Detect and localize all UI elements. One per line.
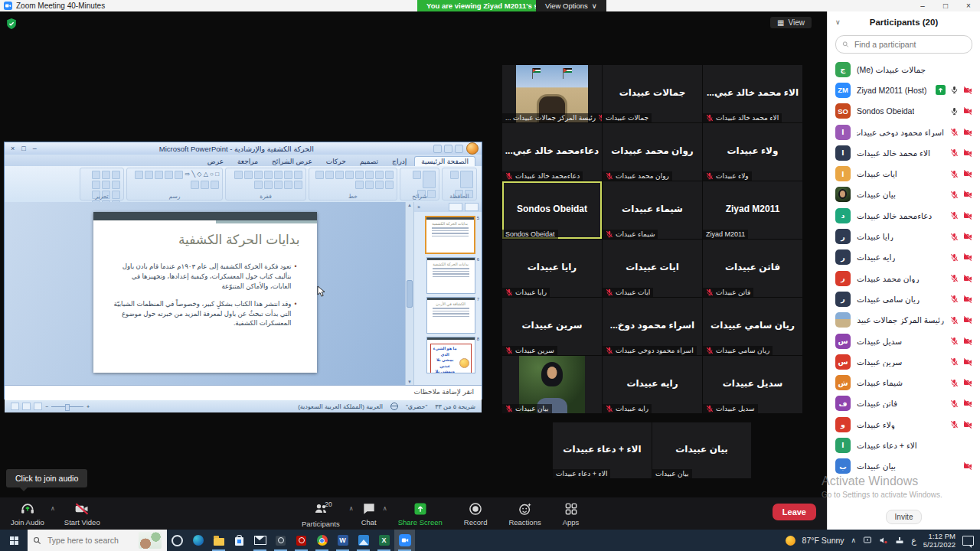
participant-row[interactable]: ددعاءمحمد خالد عبيدات bbox=[828, 205, 980, 226]
record-button[interactable]: Record bbox=[459, 501, 492, 528]
ppt-ribbon-group[interactable]: شرائح bbox=[400, 168, 439, 201]
apps-button[interactable]: Apps bbox=[558, 501, 584, 528]
participant-row[interactable]: سسديل عبيدات bbox=[828, 331, 980, 351]
taskbar-app-acrobat[interactable] bbox=[291, 530, 312, 551]
taskbar-app-file-explorer[interactable] bbox=[208, 530, 229, 551]
taskbar-app-zoom[interactable] bbox=[394, 530, 415, 551]
taskbar-app-word[interactable]: W bbox=[332, 530, 353, 551]
video-tile[interactable]: سديل عبيداتسديل عبيدات bbox=[703, 356, 802, 413]
chevron-down-icon[interactable]: ∨ bbox=[835, 18, 841, 26]
close-pane-icon[interactable]: × bbox=[417, 204, 420, 210]
participant-row[interactable]: ررايا عبيدات bbox=[828, 226, 980, 246]
tray-overflow-chevron-icon[interactable]: ∧ bbox=[851, 536, 857, 544]
taskbar-app-media-app[interactable] bbox=[270, 530, 291, 551]
view-options-button[interactable]: View Options∨ bbox=[536, 0, 606, 11]
share-screen-button[interactable]: Share Screen bbox=[394, 501, 447, 528]
video-tile[interactable]: ...الاء محمد خالد عبيالاء محمد خالد عبيد… bbox=[703, 65, 802, 122]
slide-thumbnail[interactable]: بدايات الحركة الكشفية bbox=[425, 216, 475, 254]
taskbar-app-mail[interactable] bbox=[250, 530, 270, 551]
ppt-ribbon-group[interactable]: □ ○ △ ◇ ╲ ⇨رسم bbox=[126, 168, 223, 201]
search-highlight-art[interactable] bbox=[139, 532, 162, 549]
minimize-button[interactable]: – bbox=[911, 2, 934, 10]
ppt-ribbon-group[interactable]: خط bbox=[309, 168, 397, 201]
app-window-tray-icon[interactable] bbox=[863, 536, 872, 545]
weather-text[interactable]: 87°F Sunny bbox=[802, 536, 844, 545]
ppt-minimize-button[interactable]: – bbox=[33, 145, 37, 152]
participant-row[interactable]: ااسراء محمود دوخي عبيدات bbox=[828, 122, 980, 142]
participant-search[interactable] bbox=[835, 35, 972, 54]
participant-row[interactable]: ججمالات عبيدات (Me) bbox=[828, 59, 980, 80]
slide-thumbnail[interactable]: بدايات الحركة الكشفية bbox=[426, 257, 475, 294]
taskbar-app-edge[interactable] bbox=[188, 530, 208, 551]
video-tile[interactable]: الاء + دعاء عبيداتالاء + دعاء عبيدات bbox=[553, 422, 652, 478]
taskbar-app-excel[interactable]: X bbox=[374, 530, 394, 551]
outline-tab[interactable] bbox=[449, 203, 462, 211]
participant-row[interactable]: رروان محمد عبيدات bbox=[828, 268, 980, 289]
normal-view-icon[interactable] bbox=[11, 403, 19, 410]
taskbar-app-microsoft-store[interactable] bbox=[229, 530, 250, 551]
action-center-icon[interactable] bbox=[962, 536, 974, 546]
participant-row[interactable]: ببيان عبيدات bbox=[828, 456, 980, 477]
ppt-ribbon-group[interactable]: الحافظة bbox=[442, 168, 477, 201]
network-icon[interactable] bbox=[895, 536, 904, 545]
zoom-out-icon[interactable]: − bbox=[45, 404, 48, 409]
ppt-close-button[interactable]: × bbox=[11, 145, 15, 152]
ppt-tab[interactable]: عرض الشرائح bbox=[266, 157, 318, 166]
ppt-ribbon-group[interactable]: فقرة bbox=[225, 168, 306, 201]
video-tile[interactable]: جمالات عبيداتجمالات عبيدات bbox=[603, 65, 702, 122]
slideshow-icon[interactable] bbox=[34, 403, 42, 410]
participant-row[interactable]: وولاء عبيدات bbox=[828, 414, 980, 435]
ppt-ribbon-group[interactable]: تحرير bbox=[80, 168, 124, 201]
ppt-tab[interactable]: عرض bbox=[201, 157, 230, 166]
close-button[interactable]: × bbox=[957, 2, 980, 10]
video-tile[interactable]: Ziyad M2011Ziyad M2011 bbox=[703, 181, 802, 239]
ppt-tab[interactable]: الصفحة الرئيسية bbox=[414, 156, 475, 166]
taskbar-app-chrome[interactable] bbox=[312, 530, 332, 551]
participant-search-input[interactable] bbox=[853, 39, 965, 50]
invite-button[interactable]: Invite bbox=[886, 510, 923, 524]
chevron-up-icon[interactable]: ∧ bbox=[349, 505, 354, 512]
participants-button[interactable]: 20 Participants ∧ bbox=[297, 501, 345, 528]
participant-row[interactable]: االاء + دعاء عبيدات bbox=[828, 435, 980, 455]
ppt-tab[interactable]: حركات bbox=[320, 157, 352, 166]
ppt-redo-icon[interactable] bbox=[433, 145, 442, 153]
meeting-security-shield-icon[interactable] bbox=[6, 18, 17, 33]
zoom-slider[interactable] bbox=[51, 406, 83, 407]
ppt-save-icon[interactable] bbox=[455, 145, 463, 153]
start-video-button[interactable]: Start Video bbox=[60, 501, 105, 527]
slide-thumbnail[interactable]: ما هو الشيء الذييمشي بلا عينينويمشي بلا … bbox=[426, 337, 475, 373]
taskbar-search[interactable] bbox=[28, 530, 167, 551]
video-tile[interactable]: روان محمد عبيداتروان محمد عبيدات bbox=[603, 123, 702, 181]
participant-row[interactable]: ZMZiyad M2011 (Host) bbox=[828, 80, 980, 100]
slide-thumbnail[interactable]: الكشافة في الأردن bbox=[426, 297, 475, 334]
video-tile[interactable]: ...دعاءمحمد خالد عبيدعاءمحمد خالد عبيدات bbox=[502, 123, 602, 181]
weather-sun-icon[interactable] bbox=[786, 536, 795, 546]
taskbar-app-cortana[interactable] bbox=[167, 530, 188, 551]
keyboard-language-indicator[interactable]: ع bbox=[911, 536, 916, 546]
participant-row[interactable]: االاء محمد خالد عبيدات bbox=[828, 142, 980, 163]
participant-row[interactable]: رئيسة المركز جمالات عبيدات كفرسوم bbox=[828, 310, 980, 331]
ppt-undo-icon[interactable] bbox=[444, 145, 452, 153]
video-tile[interactable]: Sondos ObeidatSondos Obeidat bbox=[502, 181, 602, 239]
participant-row[interactable]: سسرين عبيدات bbox=[828, 351, 980, 372]
video-tile[interactable]: ... رئيسة المركز جمالات عبيدات bbox=[502, 65, 602, 122]
maximize-button[interactable]: □ bbox=[934, 2, 957, 10]
video-tile[interactable]: بيان عبيداتبيان عبيدات bbox=[652, 422, 751, 478]
video-tile[interactable]: فاتن عبيداتفاتن عبيدات bbox=[703, 240, 802, 297]
video-tile[interactable]: شيماء عبيداتشيماء عبيدات bbox=[603, 181, 702, 239]
ppt-restore-button[interactable]: □ bbox=[21, 145, 25, 152]
scroll-down-icon[interactable]: ▼ bbox=[407, 380, 412, 384]
chat-button[interactable]: Chat ∧ bbox=[357, 501, 381, 528]
video-tile[interactable]: ريان سامي عبيداتريان سامي عبيدات bbox=[703, 298, 802, 355]
video-tile[interactable]: ولاء عبيداتولاء عبيدات bbox=[703, 123, 802, 181]
participant-row[interactable]: SOSondos Obeidat bbox=[828, 101, 980, 122]
slides-tab[interactable] bbox=[465, 203, 479, 211]
participant-row[interactable]: ررايه عبيدات bbox=[828, 247, 980, 268]
zoom-in-icon[interactable]: + bbox=[87, 404, 90, 409]
scroll-up-icon[interactable]: ▲ bbox=[407, 203, 412, 207]
chevron-up-icon[interactable]: ∧ bbox=[383, 505, 387, 512]
join-audio-button[interactable]: Join Audio ∧ bbox=[6, 501, 49, 527]
video-tile[interactable]: ايات عبيداتايات عبيدات bbox=[603, 240, 702, 297]
scrollbar-thumb[interactable] bbox=[407, 280, 413, 308]
slide-sorter-icon[interactable] bbox=[22, 403, 31, 410]
